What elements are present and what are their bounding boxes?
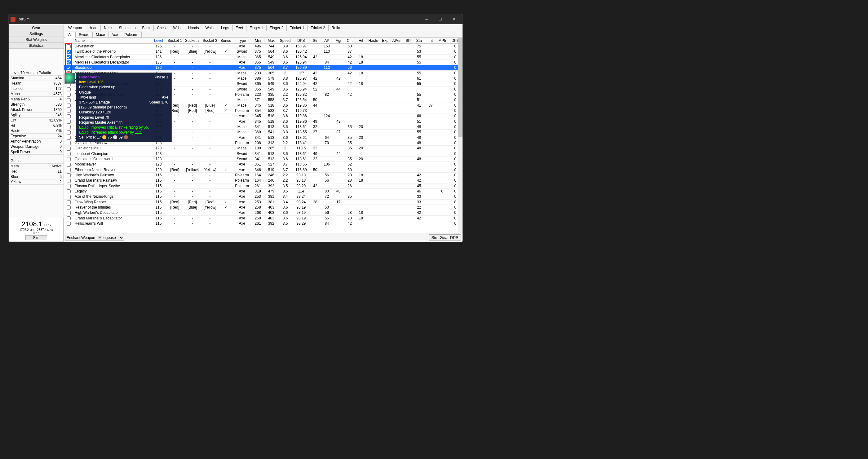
tab-chest[interactable]: Chest bbox=[153, 25, 170, 31]
table-row[interactable]: Hellscream's Will115---Axe2613923.593.29… bbox=[64, 221, 463, 226]
sim-button[interactable]: Sim bbox=[25, 235, 47, 240]
compare-checkbox[interactable] bbox=[67, 141, 71, 145]
subtab-all[interactable]: All bbox=[65, 32, 75, 38]
col-sta[interactable]: Sta bbox=[413, 38, 425, 44]
col-sp[interactable]: SP bbox=[403, 38, 413, 44]
col-agi[interactable]: Agi bbox=[333, 38, 344, 44]
col-exp[interactable]: Exp bbox=[380, 38, 391, 44]
subtab-axe[interactable]: Axe bbox=[108, 32, 122, 37]
table-row[interactable]: Merciless Gladiator's Decapitator136---A… bbox=[64, 60, 463, 65]
tab-relic[interactable]: Relic bbox=[328, 25, 343, 31]
compare-checkbox[interactable] bbox=[67, 184, 71, 188]
compare-checkbox[interactable] bbox=[67, 179, 71, 183]
col-socket-1[interactable]: Socket 1 bbox=[166, 38, 184, 44]
table-row[interactable]: Grand Marshal's Painsaw115---Polearm1642… bbox=[64, 178, 463, 183]
col-hit[interactable]: Hit bbox=[355, 38, 366, 44]
maximize-button[interactable]: ☐ bbox=[433, 14, 447, 24]
minimize-button[interactable]: — bbox=[420, 14, 433, 24]
compare-checkbox[interactable] bbox=[67, 114, 71, 119]
col-max[interactable]: Max bbox=[265, 38, 278, 44]
tab-weapon[interactable]: Weapon bbox=[65, 25, 85, 31]
close-button[interactable]: ✕ bbox=[447, 14, 461, 24]
table-row[interactable]: Legacy115---Axe3194793.511480404680 bbox=[64, 189, 463, 194]
col-name[interactable]: Name bbox=[74, 38, 151, 44]
table-row[interactable]: Merciless Gladiator's Bonegrinder136---M… bbox=[64, 54, 463, 60]
compare-checkbox[interactable] bbox=[67, 136, 71, 140]
table-row[interactable]: Lionheart Champion123---Sword3415133.611… bbox=[64, 151, 463, 156]
table-row[interactable]: Devastation175---Axe4967443.9158.9715050… bbox=[64, 44, 463, 49]
compare-checkbox[interactable] bbox=[67, 120, 71, 124]
table-row[interactable]: Bloodmoon136---Axe3755643.7126.89112560 bbox=[64, 65, 463, 70]
subtab-polearm[interactable]: Polearm bbox=[121, 32, 142, 37]
col-min[interactable]: Min bbox=[251, 38, 265, 44]
tab-waist[interactable]: Waist bbox=[202, 25, 218, 31]
compare-checkbox[interactable] bbox=[67, 125, 71, 129]
compare-checkbox[interactable] bbox=[67, 109, 71, 113]
tab-trinket-1[interactable]: Trinket 1 bbox=[286, 25, 308, 31]
compare-checkbox[interactable] bbox=[67, 163, 71, 167]
col-level[interactable]: Level bbox=[151, 38, 166, 44]
compare-checkbox[interactable] bbox=[67, 93, 71, 97]
table-row[interactable]: Crow Wing Reaper115[Red][Red][Red]✓Axe25… bbox=[64, 199, 463, 204]
scrollbar-thumb[interactable] bbox=[458, 38, 463, 137]
enchant-select[interactable]: Enchant Weapon - Mongoose bbox=[65, 235, 124, 240]
tab-trinket-2[interactable]: Trinket 2 bbox=[307, 25, 328, 31]
col-socket-2[interactable]: Socket 2 bbox=[184, 38, 201, 44]
compare-checkbox[interactable] bbox=[67, 50, 71, 54]
col-checkbox[interactable] bbox=[64, 38, 74, 44]
table-row[interactable]: Plasma Rat's Hyper-Scythe115---Polearm26… bbox=[64, 183, 463, 189]
tab-legs[interactable]: Legs bbox=[218, 25, 232, 31]
compare-checkbox[interactable] bbox=[67, 205, 71, 209]
table-row[interactable]: Mooncleaver123---Axe3515273.7118.6510652… bbox=[64, 162, 463, 167]
scrollbar[interactable] bbox=[458, 38, 463, 233]
col-dps[interactable]: DPS bbox=[292, 38, 310, 44]
compare-checkbox[interactable] bbox=[67, 200, 71, 204]
table-row[interactable]: Axe of the Nexus-Kings115---Axe2533813.4… bbox=[64, 194, 463, 199]
compare-checkbox[interactable] bbox=[67, 55, 71, 59]
tab-hands[interactable]: Hands bbox=[185, 25, 203, 31]
compare-checkbox[interactable] bbox=[67, 66, 71, 70]
table-row[interactable]: Gladiator's Greatsword123---Sword3415133… bbox=[64, 156, 463, 161]
compare-checkbox[interactable] bbox=[67, 152, 71, 156]
tab-finger-1[interactable]: Finger 1 bbox=[246, 25, 267, 31]
compare-checkbox[interactable] bbox=[67, 189, 71, 193]
compare-checkbox[interactable] bbox=[67, 98, 71, 102]
nav-statistics[interactable]: Statistics bbox=[9, 43, 64, 48]
table-row[interactable]: Gladiator's Maul123---Mace1892852118.532… bbox=[64, 146, 463, 151]
table-row[interactable]: Ethereum Nexus-Reaver120[Red][Yellow][Ye… bbox=[64, 167, 463, 172]
col-speed[interactable]: Speed bbox=[278, 38, 292, 44]
tab-shoulders[interactable]: Shoulders bbox=[116, 25, 139, 31]
nav-stat-weights[interactable]: Stat Weights bbox=[9, 37, 64, 43]
table-row[interactable]: High Warlord's Painsaw115---Polearm16424… bbox=[64, 172, 463, 177]
compare-checkbox[interactable] bbox=[67, 211, 71, 215]
nav-gear[interactable]: Gear bbox=[9, 25, 64, 31]
compare-checkbox[interactable] bbox=[67, 195, 71, 199]
table-row[interactable]: Reaver of the Infinites115[Red][Blue][Ye… bbox=[64, 204, 463, 210]
col-socket-3[interactable]: Socket 3 bbox=[201, 38, 219, 44]
compare-checkbox[interactable] bbox=[67, 146, 71, 151]
compare-checkbox[interactable] bbox=[67, 130, 71, 134]
subtab-sword[interactable]: Sword bbox=[75, 32, 93, 37]
compare-checkbox[interactable] bbox=[67, 222, 71, 226]
table-row[interactable]: Twinblade of the Phoenix141[Red][Blue][Y… bbox=[64, 49, 463, 54]
tab-wrist[interactable]: Wrist bbox=[170, 25, 185, 31]
col-bonus[interactable]: Bonus bbox=[219, 38, 233, 44]
table-row[interactable]: Grand Marshal's Decapitator115---Axe2684… bbox=[64, 216, 463, 221]
col-int[interactable]: Int bbox=[425, 38, 436, 44]
compare-checkbox[interactable] bbox=[67, 168, 71, 172]
compare-checkbox[interactable] bbox=[67, 103, 71, 107]
compare-checkbox[interactable] bbox=[67, 44, 71, 48]
tab-head[interactable]: Head bbox=[85, 25, 101, 31]
col-crit[interactable]: Crit bbox=[344, 38, 355, 44]
compare-checkbox[interactable] bbox=[67, 157, 71, 161]
titlebar[interactable]: RetSim — ☐ ✕ bbox=[9, 14, 463, 24]
tab-finger-2[interactable]: Finger 2 bbox=[266, 25, 287, 31]
subtab-mace[interactable]: Mace bbox=[92, 32, 108, 37]
compare-checkbox[interactable] bbox=[67, 173, 71, 177]
col-ap[interactable]: AP bbox=[321, 38, 333, 44]
sim-gear-button[interactable]: Sim Gear DPS bbox=[429, 234, 461, 241]
tab-feet[interactable]: Feet bbox=[232, 25, 246, 31]
col-str[interactable]: Str bbox=[310, 38, 321, 44]
col-haste[interactable]: Haste bbox=[366, 38, 380, 44]
col-type[interactable]: Type bbox=[233, 38, 251, 44]
